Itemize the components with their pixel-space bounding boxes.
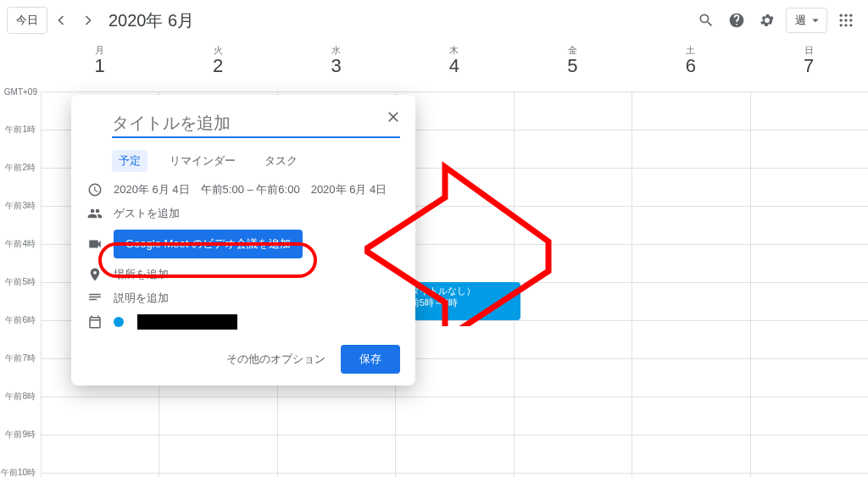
calendar-color-dot [114,317,124,327]
day-of-month: 2 [159,55,276,77]
add-google-meet-button[interactable]: Google Meet のビデオ会議を追加 [114,230,303,258]
hour-label: 午前8時 [5,391,36,402]
hour-label: 午前4時 [5,238,36,250]
location-row[interactable]: 場所を追加 [86,267,400,282]
view-dropdown-label: 週 [795,13,806,28]
description-text: 説明を追加 [114,291,169,306]
tab-task[interactable]: タスク [258,150,304,172]
meet-icon [87,236,103,252]
day-header[interactable]: 日7 [750,41,868,92]
day-of-month: 6 [632,55,749,77]
gear-icon [759,12,776,29]
help-icon [728,12,745,29]
next-week-button[interactable] [75,7,102,34]
save-button[interactable]: 保存 [341,345,400,374]
description-row[interactable]: 説明を追加 [86,291,400,306]
day-header[interactable]: 金5 [514,41,632,92]
search-icon [698,12,715,29]
day-header[interactable]: 火2 [159,41,276,92]
hour-label: 午前6時 [5,314,36,326]
hour-label: 午前1時 [5,124,36,136]
clock-icon [87,182,103,197]
svg-point-4 [844,19,847,21]
event-time: 午前5時～6時 [401,297,516,309]
calendar-icon [87,314,103,330]
svg-point-3 [840,19,843,21]
help-button[interactable] [721,5,752,36]
hour-label: 午前2時 [5,162,36,174]
people-icon [87,206,103,221]
prev-week-button[interactable] [47,7,75,34]
svg-point-2 [849,14,852,17]
day-of-month: 5 [514,55,632,77]
view-dropdown[interactable]: 週 [786,8,827,33]
location-icon [87,267,103,282]
dialog-close-button[interactable] [378,102,409,132]
settings-button[interactable] [752,5,782,36]
hour-label: 午前10時 [1,467,36,477]
calendar-name-redacted [137,314,237,330]
hour-label: 午前5時 [5,276,36,288]
event-create-dialog: 予定 リマインダー タスク 2020年 6月 4日 午前5:00 – 午前6:0… [71,95,415,385]
meet-row: Google Meet のビデオ会議を追加 [86,230,400,258]
tab-event[interactable]: 予定 [112,150,147,172]
location-text: 場所を追加 [114,267,169,282]
day-of-month: 7 [750,55,868,77]
day-of-month: 4 [395,55,513,77]
day-header[interactable]: 水3 [277,41,395,92]
day-of-month: 1 [41,55,159,77]
chevron-left-icon [53,12,70,29]
day-of-month: 3 [277,55,395,77]
guests-text: ゲストを追加 [114,206,180,221]
guests-row[interactable]: ゲストを追加 [86,206,400,221]
svg-point-1 [844,14,847,17]
apps-button[interactable] [831,5,861,36]
svg-point-6 [840,24,843,26]
today-button[interactable]: 今日 [7,7,47,34]
more-options-button[interactable]: その他のオプション [218,345,334,374]
datetime-row[interactable]: 2020年 6月 4日 午前5:00 – 午前6:00 2020年 6月 4日 [86,182,400,197]
close-icon [385,108,402,125]
hour-label: 午前7時 [5,352,36,364]
event-title-input[interactable] [112,110,400,138]
dialog-tabs: 予定 リマインダー タスク [112,150,400,172]
day-headers: 月1 火2 水3 木4 金5 土6 日7 [41,41,868,92]
day-header[interactable]: 木4 [395,41,513,92]
event-title: （タイトルなし） [401,286,516,297]
day-header[interactable]: 土6 [632,41,749,92]
description-icon [87,291,103,306]
search-button[interactable] [691,5,721,36]
svg-point-0 [840,14,843,17]
tab-reminder[interactable]: リマインダー [163,150,242,172]
page-title: 2020年 6月 [108,9,194,32]
datetime-text: 2020年 6月 4日 午前5:00 – 午前6:00 2020年 6月 4日 [114,182,387,197]
timezone-label: GMT+09 [4,87,37,97]
svg-point-8 [849,24,852,26]
hour-label: 午前9時 [5,429,36,441]
day-header[interactable]: 月1 [41,41,159,92]
svg-point-5 [849,19,852,21]
calendar-row[interactable] [86,314,400,330]
apps-grid-icon [837,12,854,29]
topbar: 今日 2020年 6月 週 [0,0,868,41]
chevron-right-icon [80,12,97,29]
chevron-down-icon [808,13,823,28]
hour-label: 午前3時 [5,200,36,212]
svg-point-7 [844,24,847,26]
